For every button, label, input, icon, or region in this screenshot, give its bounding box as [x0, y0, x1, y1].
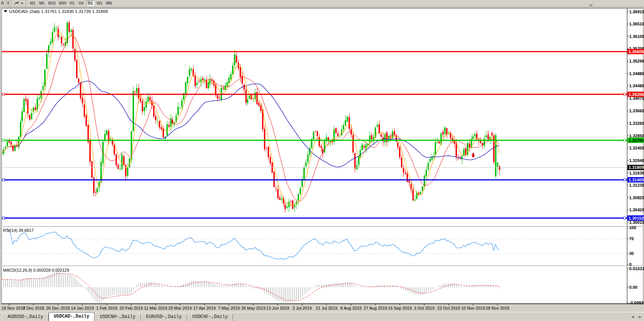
- svg-text:0.010311: 0.010311: [629, 266, 644, 271]
- svg-text:19 Nov 2018: 19 Nov 2018: [2, 306, 25, 310]
- cursor-mode-button[interactable]: [13, 0, 24, 6]
- diagonal-arrows-icon: [14, 1, 20, 5]
- svg-text:7 Dec 2018: 7 Dec 2018: [23, 306, 44, 310]
- svg-text:-0.009203: -0.009203: [629, 301, 644, 305]
- svg-text:1.32450: 1.32450: [629, 146, 644, 150]
- tab-audusd-daily[interactable]: AUDUSD-,Daily: [2, 314, 49, 321]
- svg-text:70: 70: [629, 236, 634, 241]
- svg-text:14 Jan 2019: 14 Jan 2019: [71, 306, 94, 310]
- svg-text:1.33660: 1.33660: [629, 109, 644, 113]
- svg-text:26 May 2019: 26 May 2019: [241, 306, 266, 310]
- svg-text:1.31405: 1.31405: [629, 178, 644, 182]
- svg-text:2 Jul 2019: 2 Jul 2019: [293, 306, 312, 310]
- tabs-scroll-right-icon[interactable]: ►: [639, 315, 642, 319]
- svg-text:1.30152: 1.30152: [629, 216, 644, 220]
- dropdown-caret-icon: [21, 3, 23, 4]
- hline-handle[interactable]: [2, 139, 5, 142]
- svg-text:1.35290: 1.35290: [629, 59, 644, 63]
- svg-text:1.31230: 1.31230: [629, 183, 644, 187]
- svg-text:8 Aug 2019: 8 Aug 2019: [340, 306, 362, 310]
- svg-text:100: 100: [629, 225, 636, 230]
- svg-text:27 Aug 2019: 27 Aug 2019: [364, 306, 387, 310]
- svg-text:30: 30: [629, 251, 634, 256]
- svg-text:1.30420: 1.30420: [629, 208, 644, 212]
- timeframe-h4-button[interactable]: H4: [77, 0, 85, 6]
- svg-text:1.36100: 1.36100: [629, 34, 644, 39]
- svg-text:1 Feb 2019: 1 Feb 2019: [96, 306, 118, 310]
- hline-handle[interactable]: [624, 93, 626, 96]
- svg-text:1.34206: 1.34206: [629, 92, 644, 97]
- hline-handle[interactable]: [624, 139, 626, 142]
- toolbar: A T M1 M5 M15 M30 H1 H4 D1 W1 MN: [0, 0, 644, 6]
- svg-text:7 May 2019: 7 May 2019: [218, 306, 239, 310]
- svg-text:1.30820: 1.30820: [629, 195, 644, 200]
- svg-text:13 Jun 2019: 13 Jun 2019: [266, 306, 290, 310]
- svg-text:1.36910: 1.36910: [629, 9, 644, 14]
- svg-text:1.36510: 1.36510: [629, 22, 644, 26]
- svg-text:3 Oct 2019: 3 Oct 2019: [414, 306, 435, 310]
- text-label-tool-button[interactable]: T: [5, 0, 11, 6]
- svg-text:1.31809: 1.31809: [629, 165, 644, 170]
- cropped-toolbar-icon: A: [1, 0, 4, 6]
- timeframe-w1-button[interactable]: W1: [96, 0, 103, 6]
- timeframe-d1-button[interactable]: D1: [87, 0, 94, 6]
- svg-text:1.32850: 1.32850: [629, 134, 644, 138]
- svg-text:11 Mar 2019: 11 Mar 2019: [144, 306, 167, 310]
- hline-handle[interactable]: [624, 179, 626, 181]
- tab-eurusd-daily[interactable]: EURUSD-,Daily: [141, 314, 187, 321]
- terminal-window: A T M1 M5 M15 M30 H1 H4 D1 W1 MN 1.36910…: [0, 0, 644, 321]
- tabs-scroll-left-icon[interactable]: ◄: [631, 315, 634, 319]
- svg-text:29 Mar 2019: 29 Mar 2019: [168, 306, 192, 310]
- svg-text:1.34880: 1.34880: [629, 71, 644, 76]
- svg-text:1.32700: 1.32700: [629, 138, 644, 143]
- svg-text:28 Nov 2019: 28 Nov 2019: [486, 306, 509, 310]
- hline-handle[interactable]: [624, 217, 626, 219]
- price-chart[interactable]: 1.369101.365101.361001.357001.352901.348…: [0, 6, 644, 312]
- svg-text:26 Dec 2018: 26 Dec 2018: [46, 306, 70, 310]
- tab-usdcnh-daily[interactable]: USDCNH-,Daily: [94, 314, 141, 321]
- svg-text:21 Jul 2019: 21 Jul 2019: [316, 306, 337, 310]
- svg-text:15 Sep 2019: 15 Sep 2019: [388, 306, 411, 310]
- svg-text:1.30010: 1.30010: [629, 220, 644, 225]
- svg-text:22 Oct 2019: 22 Oct 2019: [437, 306, 460, 310]
- timeframe-m1-button[interactable]: M1: [29, 0, 36, 6]
- timeframe-m30-button[interactable]: M30: [58, 0, 68, 6]
- timeframe-m15-button[interactable]: M15: [47, 0, 57, 6]
- hline-handle[interactable]: [2, 217, 5, 219]
- svg-text:0.00: 0.00: [629, 285, 637, 290]
- toolbar-separator: [25, 0, 27, 6]
- svg-text:1.33260: 1.33260: [629, 121, 644, 126]
- svg-text:20 Feb 2019: 20 Feb 2019: [120, 306, 143, 310]
- rsi-label: RSI(14) 39.6817: [3, 228, 34, 233]
- timeframe-h1-button[interactable]: H1: [68, 0, 76, 6]
- chart-title: USDCAD-,Daily 1.31761 1.31830 1.31739 1.…: [9, 9, 108, 14]
- hline-handle[interactable]: [2, 93, 5, 96]
- timeframe-m5-button[interactable]: M5: [38, 0, 46, 6]
- svg-text:10 Nov 2019: 10 Nov 2019: [461, 306, 485, 310]
- tab-usdcad-daily[interactable]: USDCAD-,Daily: [49, 312, 95, 321]
- svg-text:1.35606: 1.35606: [629, 49, 644, 54]
- tab-usdchf-daily[interactable]: USDCHF-,Daily: [187, 314, 233, 321]
- hline-handle[interactable]: [2, 179, 5, 181]
- svg-text:1.34480: 1.34480: [629, 83, 644, 88]
- svg-text:1.31630: 1.31630: [629, 171, 644, 175]
- tab-scroll-arrows: ◄ ►: [627, 315, 642, 319]
- svg-text:17 Apr 2019: 17 Apr 2019: [193, 306, 216, 310]
- macd-label: MACD(12,26,9) 0.000228 0.002129: [3, 268, 69, 272]
- timeframe-mn-button[interactable]: MN: [105, 0, 113, 6]
- chart-tabs-bar: AUDUSD-,Daily USDCAD-,Daily USDCNH-,Dail…: [0, 312, 644, 321]
- svg-text:1.32040: 1.32040: [629, 158, 644, 163]
